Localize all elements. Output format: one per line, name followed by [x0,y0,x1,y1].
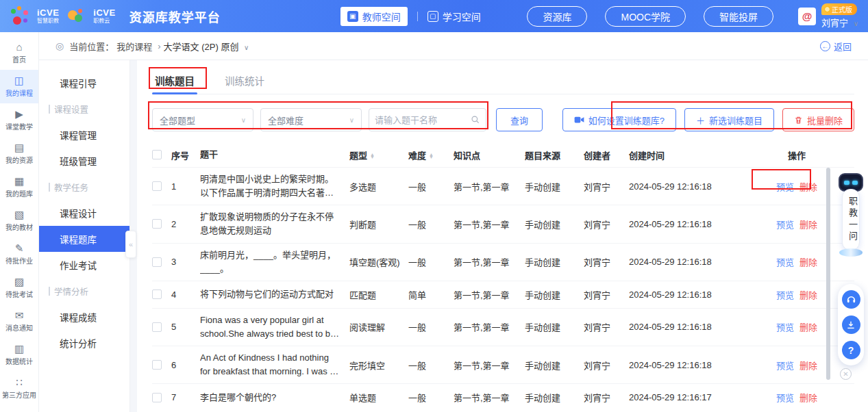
header-type[interactable]: 题型▲▼ [349,149,408,162]
row-type: 多选题 [349,180,408,193]
assistant-label[interactable]: 职教一问 [842,189,860,250]
submenu-item-课程管理[interactable]: 课程管理 [39,122,129,148]
preview-link[interactable]: 预览 [776,180,794,193]
submenu-item-课程题库[interactable]: 课程题库 [39,226,129,252]
user-menu[interactable]: 刘宵宁 ∨ [821,16,858,29]
breadcrumb-course-dropdown[interactable]: 大学语文 (2P) 原创 ∨ [164,40,249,53]
preview-link[interactable]: 预览 [776,288,794,301]
delete-link[interactable]: 删除 [799,320,817,333]
rail-item-数据统计[interactable]: ▥数据统计 [0,338,38,372]
row-creator: 刘宵宁 [584,218,629,231]
row-checkbox[interactable] [152,181,162,191]
row-checkbox[interactable] [152,219,162,229]
row-checkbox[interactable] [152,289,162,299]
chevron-down-icon: ∨ [244,44,249,51]
row-checkbox[interactable] [152,322,162,332]
rail-item-我的资源[interactable]: ▤我的资源 [0,137,38,170]
app-header: iCVE智慧职教 iCVE职教云 资源库教学平台 ▣ 教师空间 ▢ 学习空间 资… [0,0,868,32]
mooc-academy-button[interactable]: MOOC学院 [605,6,686,27]
breadcrumb-root[interactable]: 我的课程 [116,40,152,53]
learning-space-button[interactable]: ▢ 学习空间 [427,10,481,23]
rail-item-首页[interactable]: ⌂首页 [0,36,38,70]
customer-service-button[interactable] [842,290,860,309]
smart-screencast-button[interactable]: 智能投屏 [704,6,773,27]
stem-search-box [369,108,486,131]
teacher-space-button[interactable]: ▣ 教师空间 [340,7,408,26]
submenu-collapse-button[interactable]: « [125,231,136,258]
submenu-item-课程引导[interactable]: 课程引导 [39,70,129,96]
row-difficulty: 一般 [408,359,454,372]
row-creator: 刘宵宁 [584,288,629,301]
submenu-item-课程设计[interactable]: 课程设计 [39,200,129,226]
row-index: 1 [171,181,200,192]
delete-link[interactable]: 删除 [799,218,817,231]
query-button[interactable]: 查询 [496,108,543,131]
delete-link[interactable]: 删除 [799,359,817,372]
rail-item-我的课程[interactable]: ◫我的课程 [0,70,38,103]
preview-link[interactable]: 预览 [776,320,794,333]
rail-item-第三方应用[interactable]: ∷第三方应用 [0,372,38,405]
row-checkbox[interactable] [152,393,162,402]
table-actions: 如何设置训练题库? ＋ 新选训练题目 批量删除 [562,108,854,131]
tab-training-statistics[interactable]: 训练统计 [222,67,267,94]
rail-item-我的教材[interactable]: ▧我的教材 [0,204,38,237]
download-button[interactable] [842,316,860,334]
row-checkbox[interactable] [152,360,162,370]
header-operations: 操作 [759,149,834,162]
rail-item-label: 课堂教学 [5,121,33,131]
delete-link[interactable]: 删除 [799,288,817,301]
row-operations: 预览删除 [759,288,834,301]
rail-item-消息通知[interactable]: ✉消息通知 [0,305,38,338]
stem-search-input[interactable] [375,115,471,125]
preview-link[interactable]: 预览 [776,218,794,231]
delete-link[interactable]: 删除 [799,180,817,193]
delete-link[interactable]: 删除 [799,391,817,404]
course-submenu: 课程引导课程设置课程管理班级管理教学任务课程设计课程题库作业考试学情分析课程成绩… [39,60,130,412]
chevron-down-icon: ∨ [854,20,858,27]
submenu-item-作业考试[interactable]: 作业考试 [39,252,129,278]
assistant-widget[interactable]: 职教一问 [836,173,865,257]
rail-item-label: 待批考试 [5,289,33,299]
howto-training-bank-button[interactable]: 如何设置训练题库? [562,108,676,131]
header-index: 序号 [171,149,200,162]
help-button[interactable]: ? [842,341,860,359]
table-scrollbar[interactable] [826,168,830,380]
batch-delete-button[interactable]: 批量删除 [782,108,854,131]
rail-item-我的题库[interactable]: ▦我的题库 [0,170,38,204]
row-checkbox[interactable] [152,257,162,267]
back-arrow-icon: ← [820,41,830,51]
table-row: 5Fiona was a very popular girl at school… [152,308,854,346]
delete-link[interactable]: 删除 [799,255,817,268]
row-source: 手动创建 [525,391,584,404]
difficulty-select[interactable]: 全部难度∨ [260,108,362,131]
add-training-questions-button[interactable]: ＋ 新选训练题目 [684,108,774,131]
header-difficulty[interactable]: 难度▲▼ [408,149,454,162]
preview-link[interactable]: 预览 [776,359,794,372]
learning-space-icon: ▢ [427,11,438,22]
row-source: 手动创建 [525,218,584,231]
row-stem: 明清是中国小说史上的繁荣时期。以下作品属于明清时期四大名著的有? [200,172,349,200]
rail-item-待批作业[interactable]: ✎待批作业 [0,237,38,271]
message-notice-icon: ✉ [15,310,24,320]
submenu-item-班级管理[interactable]: 班级管理 [39,148,129,174]
tab-training-questions[interactable]: 训练题目 [152,67,197,94]
rail-item-待批考试[interactable]: ▨待批考试 [0,271,38,305]
question-type-select[interactable]: 全部题型∨ [152,108,253,131]
back-button[interactable]: ← 返回 [820,40,852,53]
preview-link[interactable]: 预览 [776,255,794,268]
preview-link[interactable]: 预览 [776,391,794,404]
chevron-down-icon: ∨ [349,116,354,124]
sort-icon[interactable]: ▲▼ [429,153,434,159]
row-created-time: 2024-05-29 12:16:18 [629,257,759,267]
row-operations: 预览删除 [759,320,834,333]
row-type: 单选题 [349,391,408,404]
rail-item-label: 第三方应用 [2,389,36,400]
close-floating-icon[interactable]: ✕ [840,368,852,380]
submenu-item-课程成绩[interactable]: 课程成绩 [39,304,129,330]
rail-item-课堂教学[interactable]: ▶课堂教学 [0,103,38,137]
user-avatar[interactable]: @ [798,8,816,25]
sort-icon[interactable]: ▲▼ [370,153,375,159]
select-all-checkbox[interactable] [152,150,162,159]
resource-library-button[interactable]: 资源库 [527,6,587,27]
submenu-item-统计分析[interactable]: 统计分析 [39,330,129,356]
